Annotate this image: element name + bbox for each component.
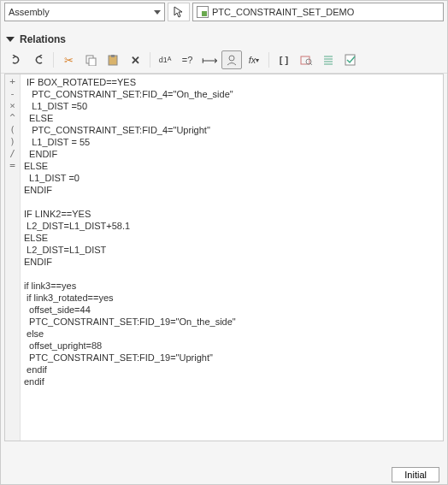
delete-icon: ✕ bbox=[131, 54, 140, 67]
cut-icon: ✂ bbox=[64, 54, 74, 67]
svg-rect-1 bbox=[89, 58, 96, 66]
measure-button[interactable]: ⟼ bbox=[199, 50, 220, 69]
svg-line-7 bbox=[310, 63, 312, 65]
relations-toolbar: ✂ ✕ d1A =? ⟼ fx▾ [ ] bbox=[1, 49, 447, 74]
initial-button[interactable]: Initial bbox=[392, 467, 439, 482]
delete-button[interactable]: ✕ bbox=[125, 50, 145, 69]
fx-icon: fx bbox=[249, 55, 256, 65]
redo-button[interactable] bbox=[28, 50, 49, 69]
eval-icon: =? bbox=[182, 55, 193, 65]
brackets-button[interactable]: [ ] bbox=[274, 50, 294, 69]
code-area[interactable]: IF BOX_ROTATED==YES PTC_CONSTRAINT_SET:F… bbox=[21, 74, 443, 441]
lookin-file-field[interactable]: PTC_CONSTRAINT_SET_DEMO bbox=[192, 3, 444, 21]
toolbar-separator bbox=[53, 52, 54, 68]
lookin-dropdown[interactable]: Assembly bbox=[4, 3, 165, 21]
gutter-symbol[interactable]: - bbox=[5, 88, 20, 100]
sort-button[interactable]: d1A bbox=[155, 50, 175, 69]
svg-rect-5 bbox=[301, 56, 309, 64]
paste-button[interactable] bbox=[103, 50, 123, 69]
gutter-symbol[interactable]: + bbox=[5, 76, 20, 88]
undo-button[interactable] bbox=[6, 50, 27, 69]
eval-button[interactable]: =? bbox=[177, 50, 197, 69]
gutter-symbol[interactable]: × bbox=[5, 100, 20, 112]
list-button[interactable] bbox=[318, 50, 339, 69]
lookin-bar: Assembly PTC_CONSTRAINT_SET_DEMO bbox=[1, 1, 447, 27]
cut-button[interactable]: ✂ bbox=[58, 50, 79, 69]
toolbar-separator bbox=[150, 52, 150, 68]
gutter-symbol[interactable]: ^ bbox=[5, 112, 20, 124]
user-button[interactable] bbox=[221, 50, 242, 69]
copy-button[interactable] bbox=[80, 50, 101, 69]
brackets-icon: [ ] bbox=[280, 55, 288, 65]
assembly-file-icon bbox=[197, 6, 209, 18]
editor-gutter: +-×^( )/= bbox=[5, 74, 21, 441]
svg-rect-3 bbox=[111, 55, 115, 57]
collapse-triangle-icon bbox=[6, 37, 15, 42]
relations-section-header[interactable]: Relations bbox=[1, 27, 447, 49]
relations-title: Relations bbox=[20, 33, 66, 45]
bottom-buttons: Initial bbox=[392, 467, 439, 482]
toolbar-separator bbox=[268, 52, 269, 68]
relations-editor: +-×^( )/= IF BOX_ROTATED==YES PTC_CONSTR… bbox=[4, 74, 444, 441]
gutter-symbol[interactable]: / bbox=[5, 148, 20, 160]
fx-button[interactable]: fx▾ bbox=[244, 50, 264, 69]
lookin-dropdown-value: Assembly bbox=[9, 7, 50, 17]
chevron-down-icon bbox=[154, 10, 161, 15]
verify-button[interactable] bbox=[340, 50, 361, 69]
find-button[interactable] bbox=[296, 50, 316, 69]
svg-rect-12 bbox=[345, 55, 355, 65]
gutter-symbol[interactable]: = bbox=[5, 160, 20, 172]
svg-point-4 bbox=[229, 56, 234, 61]
select-arrow-button[interactable] bbox=[168, 3, 190, 21]
measure-icon: ⟼ bbox=[202, 54, 218, 67]
gutter-symbol[interactable]: ( ) bbox=[5, 124, 20, 148]
lookin-file-value: PTC_CONSTRAINT_SET_DEMO bbox=[212, 7, 354, 17]
sort-icon: d1A bbox=[159, 56, 172, 64]
